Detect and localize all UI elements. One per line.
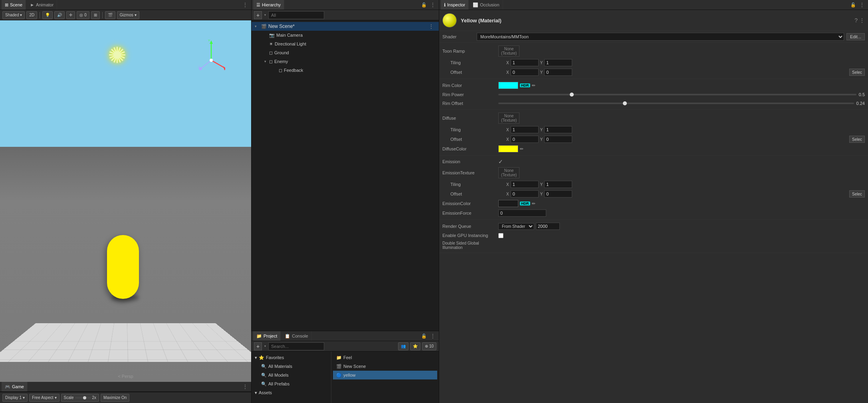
hierarchy-feedback-row[interactable]: ◻ Feedback [252, 66, 439, 75]
tab-scene[interactable]: ⊞ Scene [2, 0, 26, 10]
tiling-row-2: Tiling X Y [442, 125, 865, 134]
project-add-button[interactable]: + [254, 342, 262, 350]
tab-console[interactable]: 📋 Console [281, 331, 311, 341]
scene-overflow-button[interactable]: ⋮ [241, 2, 250, 8]
game-overflow-button[interactable]: ⋮ [241, 383, 250, 390]
inspector-help-button[interactable]: ? [854, 17, 858, 24]
tiling-x-input-3[interactable] [511, 181, 539, 188]
move-button[interactable]: ✛ [66, 11, 75, 19]
project-overflow-button[interactable]: ⋮ [428, 333, 437, 339]
tiling-x-input-2[interactable] [511, 126, 539, 133]
tiling-y-input-2[interactable] [544, 126, 572, 133]
tiling-y-input-3[interactable] [544, 181, 572, 188]
tab-project[interactable]: 📁 Project [253, 331, 281, 341]
svg-point-6 [210, 59, 213, 62]
offset-y-input-3[interactable] [544, 190, 572, 198]
double-sided-row: Double Sided Global Illumination [442, 240, 865, 251]
project-feel-row[interactable]: 📁 Feel [333, 353, 437, 362]
camera-button[interactable]: 🎬 [105, 11, 115, 19]
grid-button[interactable]: ⊞ [91, 11, 100, 19]
project-favorites-header[interactable]: ▾ ⭐ Favorites [252, 353, 331, 362]
scene-canvas[interactable]: ✺ Y X Z < Persp [0, 20, 251, 382]
offset-y-input-2[interactable] [544, 136, 572, 143]
project-all-materials-row[interactable]: 🔍 All Materials [252, 362, 331, 371]
tiling-y-input-1[interactable] [544, 59, 572, 66]
hierarchy-add-button[interactable]: + [254, 11, 262, 19]
shaded-dropdown[interactable]: Shaded ▾ [2, 11, 25, 19]
hierarchy-main-camera-row[interactable]: 📷 Main Camera [252, 31, 439, 40]
render-queue-dropdown[interactable]: From Shader [498, 223, 534, 230]
diffuse-color-picker-button[interactable]: ✏ [520, 146, 523, 152]
project-yellow-row[interactable]: 🔵 yellow [333, 371, 437, 379]
audio-button[interactable]: 🔊 [54, 11, 65, 19]
new-scene-overflow-button[interactable]: ⋮ [427, 23, 436, 30]
select-button-2[interactable]: Selec [849, 136, 865, 143]
rim-offset-thumb[interactable] [623, 101, 627, 105]
rim-color-block[interactable] [498, 82, 518, 89]
emission-color-block[interactable] [498, 200, 518, 207]
rim-color-picker-button[interactable]: ✏ [532, 83, 535, 88]
display-dropdown[interactable]: Display 1 ▾ [2, 394, 28, 402]
shader-dropdown[interactable]: MoreMountains/MMToon [477, 33, 844, 41]
shader-edit-button[interactable]: Edit... [846, 33, 865, 40]
project-all-prefabs-row[interactable]: 🔍 All Prefabs [252, 379, 331, 388]
diffuse-texture[interactable]: None(Texture) [498, 113, 519, 124]
ground-plane [0, 323, 251, 362]
hierarchy-overflow-button[interactable]: ⋮ [428, 2, 437, 8]
tab-game[interactable]: 🎮 Game [2, 382, 28, 391]
rim-power-slider[interactable] [498, 94, 856, 95]
scale-slider[interactable] [75, 397, 91, 399]
select-button-3[interactable]: Selec [849, 190, 865, 198]
render-queue-input[interactable] [536, 223, 560, 230]
enemy-arrow-icon: ▾ [264, 59, 269, 63]
offset-y-input-1[interactable] [544, 69, 572, 76]
tab-hierarchy[interactable]: ☰ Hierarchy [253, 0, 284, 10]
twod-button[interactable]: 2D [26, 11, 37, 19]
toon-ramp-texture[interactable]: None(Texture) [498, 45, 519, 57]
emission-texture[interactable]: None(Texture) [498, 167, 519, 178]
hierarchy-new-scene-row[interactable]: ▾ 🎬 New Scene* ⋮ [252, 22, 439, 31]
hierarchy-search-input[interactable] [268, 11, 324, 19]
hierarchy-enemy-row[interactable]: ▾ ◻ Enemy [252, 57, 439, 66]
camera-icon: 🎬 [108, 13, 113, 17]
light-button[interactable]: 💡 [42, 11, 53, 19]
effects-button[interactable]: ◎ 0 [77, 11, 89, 19]
rim-offset-slider[interactable] [498, 103, 854, 104]
gizmos-button[interactable]: Gizmos ▾ [117, 11, 139, 19]
select-button-1[interactable]: Selec [849, 69, 865, 76]
capsule-shape [107, 235, 139, 299]
offset-x-input-1[interactable] [511, 69, 539, 76]
feedback-label: Feedback [284, 68, 303, 73]
maximize-button[interactable]: Maximize On [101, 394, 129, 402]
tab-animator[interactable]: ► Animator [27, 0, 57, 10]
diffuse-color-block[interactable] [498, 145, 518, 152]
scale-control[interactable]: Scale 2x [61, 394, 99, 402]
gpu-instancing-checkbox[interactable] [498, 233, 503, 238]
rim-power-thumb[interactable] [570, 93, 574, 97]
emission-checkbox[interactable]: ✓ [498, 158, 503, 165]
project-star-button[interactable]: ⭐ [410, 342, 420, 350]
tab-occlusion[interactable]: ⬜ Occlusion [470, 0, 503, 10]
project-all-models-row[interactable]: 🔍 All Models [252, 371, 331, 379]
material-preview-sphere [442, 13, 457, 28]
emission-color-picker-button[interactable]: ✏ [532, 201, 535, 206]
tab-inspector[interactable]: ℹ Inspector [441, 0, 469, 10]
project-collab-button[interactable]: 👥 [398, 342, 408, 350]
project-new-scene-row[interactable]: 🎬 New Scene [333, 362, 437, 371]
hierarchy-ground-row[interactable]: ◻ Ground [252, 48, 439, 57]
project-layers-button[interactable]: ⊕ 10 [422, 342, 436, 350]
offset-x-input-2[interactable] [511, 136, 539, 143]
project-search-input[interactable] [268, 342, 324, 350]
hierarchy-lock-icon: 🔓 [421, 2, 427, 8]
tiling-x-input-1[interactable] [511, 59, 539, 66]
project-assets-header[interactable]: ▾ Assets [252, 388, 331, 397]
project-sidebar: ▾ ⭐ Favorites 🔍 All Materials 🔍 All Mode… [252, 352, 331, 403]
inspector-overflow-button[interactable]: ⋮ [858, 2, 866, 8]
emission-force-input[interactable] [498, 209, 546, 217]
offset-x-input-3[interactable] [511, 190, 539, 198]
emission-color-label: EmissionColor [442, 201, 498, 206]
hierarchy-directional-light-row[interactable]: ☀ Directional Light [252, 40, 439, 48]
all-models-label: All Models [268, 373, 289, 377]
aspect-dropdown[interactable]: Free Aspect ▾ [29, 394, 59, 402]
inspector-more-button[interactable]: ⋮ [859, 17, 865, 24]
